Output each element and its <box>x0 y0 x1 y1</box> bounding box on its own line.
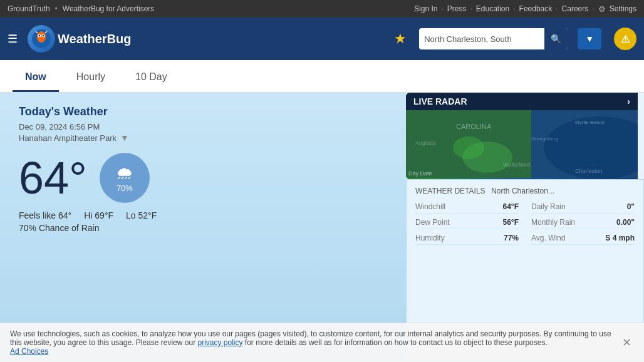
svg-text:Myrtle Beach: Myrtle Beach <box>575 120 605 125</box>
location-name: Hanahan Ampitheater Park <box>19 133 117 143</box>
dot-sep3: · <box>513 4 515 13</box>
wd-windchill-value: 64°F <box>503 202 519 211</box>
radar-chevron[interactable]: › <box>627 96 630 106</box>
radar-map: CAROLINA Augusta Myrtle Beach Orangeburg… <box>406 110 638 179</box>
press-link[interactable]: Press <box>447 4 467 13</box>
tab-10day[interactable]: 10 Day <box>123 65 180 92</box>
dot-sep4: · <box>556 4 558 13</box>
logo-icon <box>28 25 55 53</box>
wd-monthly-rain-label: Monthly Rain <box>531 218 575 227</box>
hi-value: 69°F <box>95 210 113 220</box>
tab-now[interactable]: Now <box>13 65 59 92</box>
rain-icon: 🌧 <box>116 163 133 184</box>
svg-text:Charleston: Charleston <box>575 168 603 174</box>
weather-details-grid: Windchill 64°F Daily Rain 0" Dew Point 5… <box>415 200 635 245</box>
svg-point-1 <box>37 31 46 43</box>
location-dropdown-button[interactable]: ▼ <box>578 28 601 49</box>
lo-label: Lo <box>126 210 136 220</box>
feels-like-value: 64° <box>58 210 71 220</box>
weather-panel: Today's Weather Dec 09, 2024 6:56 PM Han… <box>0 93 406 362</box>
svg-text:CAROLINA: CAROLINA <box>456 123 492 130</box>
advertiser-link[interactable]: WeatherBug for Advertisers <box>63 4 155 13</box>
groundtruth-link[interactable]: GroundTruth <box>8 4 50 13</box>
signin-link[interactable]: Sign In <box>414 4 437 13</box>
wd-title: WEATHER DETAILS <box>415 187 486 195</box>
wd-humidity-label: Humidity <box>415 234 445 242</box>
svg-text:Orangeburg: Orangeburg <box>531 136 558 142</box>
wd-windchill-label: Windchill <box>415 202 445 211</box>
wd-avg-wind-value: S 4 mph <box>605 234 635 242</box>
lo-value: 52°F <box>138 210 157 220</box>
cookie-close-button[interactable]: ✕ <box>620 336 634 349</box>
careers-link[interactable]: Careers <box>562 4 589 13</box>
wd-location: North Charleston... <box>491 187 554 195</box>
alert-icon[interactable]: ⚠ <box>614 28 636 50</box>
wd-avg-wind: Avg. Wind S 4 mph <box>531 232 635 245</box>
right-column: LIVE RADAR › CAROLINA Augusta Myrtle Bea… <box>406 93 644 362</box>
hi-label: Hi <box>84 210 92 220</box>
weather-condition-icon: 🌧 70% <box>100 153 150 203</box>
wd-dew-point-value: 56°F <box>503 218 519 227</box>
svg-text:Augusta: Augusta <box>415 140 436 146</box>
logo-area: WeatherBug <box>28 25 131 53</box>
temp-section: 64° 🌧 70% <box>19 153 387 203</box>
dot-sep5: · <box>592 4 594 13</box>
svg-point-18 <box>453 137 484 159</box>
today-title: Today's Weather <box>19 105 387 118</box>
dot-sep1: · <box>441 4 443 13</box>
top-bar-left: GroundTruth • WeatherBug for Advertisers <box>8 4 154 13</box>
wd-humidity: Humidity 77% <box>415 232 519 245</box>
top-bar: GroundTruth • WeatherBug for Advertisers… <box>0 0 644 18</box>
rain-percent: 70% <box>117 184 133 193</box>
wd-avg-wind-label: Avg. Wind <box>531 234 565 242</box>
feels-like: Feels like 64° <box>19 210 71 220</box>
wd-dew-point: Dew Point 56°F <box>415 216 519 229</box>
top-bar-right: Sign In · Press · Education · Feedback ·… <box>414 4 636 14</box>
ad-choices-link[interactable]: Ad Choices <box>10 347 48 356</box>
svg-point-4 <box>39 35 40 36</box>
expand-location-icon[interactable]: ▼ <box>120 133 129 143</box>
wd-daily-rain-label: Daily Rain <box>531 202 566 211</box>
live-radar-box[interactable]: LIVE RADAR › CAROLINA Augusta Myrtle Bea… <box>406 93 638 179</box>
search-button[interactable]: 🔍 <box>544 28 568 49</box>
lo-temp: Lo 52°F <box>126 210 157 220</box>
svg-point-5 <box>43 35 44 36</box>
day-date-label: Day Date <box>408 170 432 177</box>
feedback-link[interactable]: Feedback <box>519 4 553 13</box>
temp-details: Feels like 64° Hi 69°F Lo 52°F <box>19 210 387 220</box>
header: ☰ WeatherBug ★ 🔍 ▼ ⚠ <box>0 18 644 60</box>
tab-hourly[interactable]: Hourly <box>64 65 118 92</box>
logo-text: WeatherBug <box>58 32 131 46</box>
settings-link[interactable]: Settings <box>610 4 636 13</box>
cookie-text: We use technologies, such as cookies, to… <box>10 329 620 356</box>
rain-chance: 70% Chance of Rain <box>19 223 387 233</box>
wd-monthly-rain-value: 0.00" <box>616 218 635 227</box>
radar-title: LIVE RADAR <box>413 96 467 106</box>
search-input[interactable] <box>419 32 544 46</box>
date-time: Dec 09, 2024 6:56 PM <box>19 122 387 132</box>
nav-tabs: Now Hourly 10 Day <box>0 60 644 93</box>
location-row: Hanahan Ampitheater Park ▼ <box>19 133 387 143</box>
feels-like-label: Feels like <box>19 210 56 220</box>
settings-icon: ⚙ <box>598 4 606 14</box>
hi-temp: Hi 69°F <box>84 210 113 220</box>
favorite-button[interactable]: ★ <box>394 31 407 47</box>
main-content: Today's Weather Dec 09, 2024 6:56 PM Han… <box>0 93 644 362</box>
wd-humidity-value: 77% <box>504 234 519 242</box>
wd-monthly-rain: Monthly Rain 0.00" <box>531 216 635 229</box>
wd-windchill: Windchill 64°F <box>415 200 519 214</box>
hamburger-icon[interactable]: ☰ <box>8 32 18 46</box>
temperature-display: 64° <box>19 155 87 200</box>
wd-daily-rain: Daily Rain 0" <box>531 200 635 214</box>
radar-header: LIVE RADAR › <box>406 93 638 110</box>
dot1: • <box>55 4 58 13</box>
cookie-bar: We use technologies, such as cookies, to… <box>0 323 644 362</box>
wd-daily-rain-value: 0" <box>627 202 635 211</box>
rain-chance-text2: of Rain <box>71 223 99 233</box>
search-area: 🔍 <box>419 28 568 49</box>
education-link[interactable]: Education <box>476 4 509 13</box>
privacy-policy-link[interactable]: privacy policy <box>198 338 243 347</box>
cookie-text-after: for more details as well as for informat… <box>243 338 548 347</box>
weather-details-header: WEATHER DETAILS North Charleston... <box>415 186 635 195</box>
wd-dew-point-label: Dew Point <box>415 218 450 227</box>
